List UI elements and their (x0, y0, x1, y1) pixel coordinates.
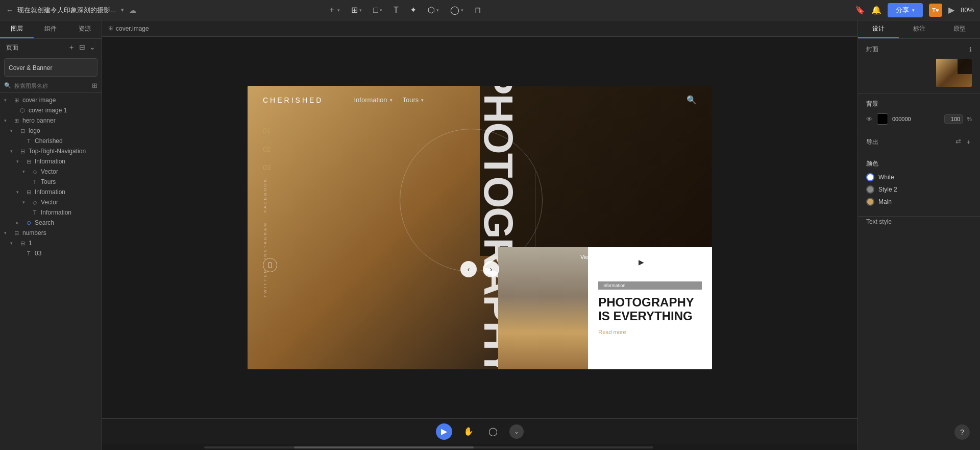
layer-label: hero banner (22, 117, 97, 124)
layer-item[interactable]: ▸ ⊙ Search (0, 218, 102, 228)
tab-assets[interactable]: 资源 (68, 20, 102, 38)
back-icon[interactable]: ← (6, 6, 13, 14)
group-icon: ⊟ (24, 158, 33, 165)
play-walkthrough-button[interactable]: ▶ (630, 252, 651, 272)
export-swap-icon[interactable]: ⇄ (955, 137, 961, 147)
tab-layers[interactable]: 图层 (0, 20, 34, 38)
social-instagram: INSTAGRAM (263, 222, 267, 259)
bg-section-title: 背景 (866, 100, 878, 108)
text-style-section: Text style (858, 217, 980, 226)
export-section: 导出 ⇄ ＋ (858, 131, 980, 153)
pages-header: 页面 ＋ ⊟ ⌄ (0, 39, 102, 56)
frame-icon: ⊞ (12, 117, 20, 124)
pen-tool[interactable]: ✦ (407, 3, 420, 17)
color-option-style2[interactable]: Style 2 (866, 185, 972, 194)
color-option-main[interactable]: Main (866, 198, 972, 206)
side-numbers: 01 02 03 (263, 127, 271, 172)
layer-item[interactable]: ▾ ⊟ logo (0, 126, 102, 136)
pages-title: 页面 (6, 43, 18, 52)
layer-item[interactable]: ▾ ◇ Vector (0, 167, 102, 177)
carousel-next-button[interactable]: › (483, 261, 499, 277)
hand-icon: ✋ (463, 427, 474, 436)
title-dropdown-icon[interactable]: ▼ (120, 7, 125, 13)
page-item[interactable]: Cover & Banner (4, 58, 97, 77)
text-icon: T (31, 209, 39, 216)
number-01: 01 (263, 127, 271, 135)
chevron-icon: ▾ (4, 118, 10, 123)
crop-tool[interactable]: ⊓ (472, 3, 484, 17)
nav-link-tours[interactable]: Tours ▾ (403, 96, 424, 104)
layer-label: 03 (35, 250, 97, 257)
component-icon: ⬡ (18, 107, 27, 114)
layer-item[interactable]: T 03 (0, 248, 102, 258)
sort-icon[interactable]: ⊞ (92, 82, 97, 89)
search-input[interactable] (14, 83, 89, 89)
layer-item[interactable]: ▾ ◇ Vector (0, 197, 102, 207)
help-button[interactable]: ? (954, 424, 970, 440)
percent-label: % (967, 116, 972, 122)
breadcrumb: ⊞ cover.image (102, 20, 857, 37)
group-icon: ⊟ (18, 148, 27, 155)
add-tool[interactable]: ＋▾ (325, 3, 343, 17)
layer-item[interactable]: ▾ ⊟ Information (0, 187, 102, 197)
select-tool-bottom[interactable]: ▶ (436, 423, 452, 440)
page-expand-icon[interactable]: ⌄ (89, 43, 95, 52)
expand-tool-bottom[interactable]: ⌄ (509, 424, 524, 439)
bottom-toolbar: ▶ ✋ ◯ ⌄ (102, 418, 857, 444)
bg-color-swatch[interactable] (877, 113, 888, 125)
avatar[interactable]: T♥ (929, 4, 942, 17)
comment-tool-bottom[interactable]: ◯ (485, 423, 501, 440)
layer-item[interactable]: ▾ ⊞ hero banner (0, 115, 102, 126)
info-icon[interactable]: ℹ (969, 46, 972, 53)
component-tool[interactable]: ⬡▾ (425, 3, 442, 17)
canvas-scroll[interactable]: CHERISHED Information ▾ Tours ▾ 🔍 (102, 37, 857, 418)
layer-item[interactable]: T Information (0, 207, 102, 218)
group-icon: ⊟ (12, 230, 20, 236)
opacity-input[interactable] (944, 114, 963, 124)
nav-link-label: Tours (403, 96, 419, 104)
bookmark-icon[interactable]: 🔖 (855, 5, 865, 15)
color-circle-white (866, 173, 874, 181)
layer-item[interactable]: ▾ ⊟ 1 (0, 238, 102, 248)
page-list-icon[interactable]: ⊟ (79, 43, 85, 52)
frame-tool[interactable]: ⊞▾ (348, 3, 365, 17)
nav-link-information[interactable]: Information ▾ (354, 96, 392, 104)
circle-tool[interactable]: ◯▾ (447, 3, 467, 17)
read-more-link[interactable]: Read more (598, 329, 702, 335)
tab-annotate[interactable]: 标注 (899, 20, 940, 38)
bell-icon[interactable]: 🔔 (871, 5, 881, 15)
walkthrough-label: View Walkthrough (580, 253, 625, 262)
layer-item[interactable]: ▾ ⊟ numbers (0, 228, 102, 238)
export-add-icon[interactable]: ＋ (965, 137, 972, 147)
shape-tool[interactable]: □▾ (370, 4, 385, 17)
scrollbar-thumb[interactable] (294, 446, 474, 448)
play-walkthrough-icon: ▶ (639, 258, 644, 266)
layer-item[interactable]: ▾ ⊟ Information (0, 156, 102, 167)
layer-item[interactable]: T Cherished (0, 136, 102, 146)
layer-item[interactable]: T Tours (0, 177, 102, 187)
color-option-white[interactable]: White (866, 173, 972, 181)
color-circle-main (866, 198, 874, 206)
cloud-icon: ☁ (129, 6, 136, 14)
group-icon: ⊟ (24, 189, 33, 196)
layer-item[interactable]: ⬡ cover image 1 (0, 105, 102, 115)
social-twitter: TWITTER (263, 269, 267, 298)
add-page-icon[interactable]: ＋ (68, 43, 75, 52)
layer-item[interactable]: ▾ ⊟ Top-Right-Navigation (0, 146, 102, 156)
play-icon[interactable]: ▶ (948, 5, 954, 15)
right-panel: 设计 标注 原型 封面 ℹ 背景 👁 (857, 20, 980, 450)
chevron-icon: ▸ (16, 220, 22, 225)
visibility-icon[interactable]: 👁 (866, 115, 873, 123)
text-tool[interactable]: T (390, 4, 402, 17)
canvas-area: ⊞ cover.image CHERISHED Information ▾ (102, 20, 857, 450)
pages-actions: ＋ ⊟ ⌄ (68, 43, 95, 52)
tab-prototype[interactable]: 原型 (939, 20, 980, 38)
hand-tool-bottom[interactable]: ✋ (460, 423, 477, 440)
tab-components[interactable]: 组件 (34, 20, 67, 38)
nav-search-icon[interactable]: 🔍 (687, 95, 697, 105)
share-button[interactable]: 分享 ▾ (888, 3, 923, 17)
vector-icon: ◇ (31, 169, 39, 175)
tab-design[interactable]: 设计 (858, 20, 899, 38)
carousel-prev-button[interactable]: ‹ (460, 261, 477, 277)
layer-item[interactable]: ▾ ⊞ cover image (0, 95, 102, 105)
